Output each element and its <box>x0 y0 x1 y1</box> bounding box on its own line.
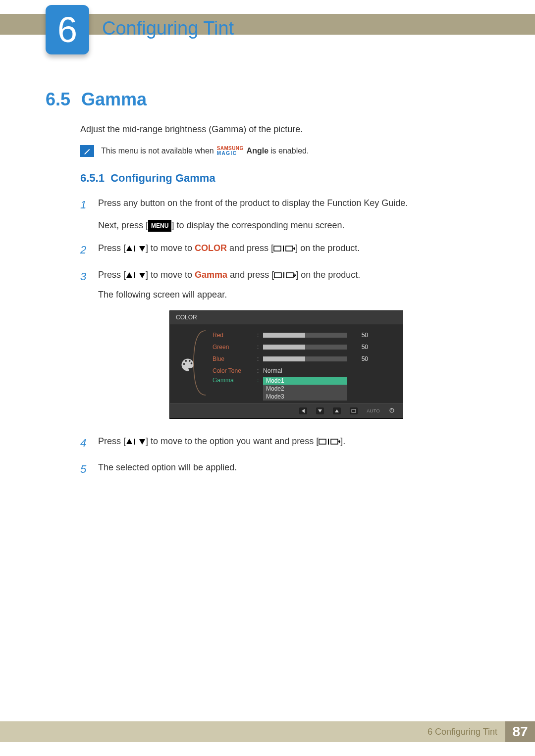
svg-marker-13 <box>318 409 322 412</box>
svg-rect-1 <box>134 246 135 252</box>
step-3: 3 Press [] to move to Gamma and press []… <box>80 267 489 302</box>
chapter-number: 6 <box>57 9 77 50</box>
enter-source-icon <box>274 272 296 279</box>
osd-gamma-mode2: Mode2 <box>263 385 347 393</box>
keyword-color: COLOR <box>195 243 227 253</box>
samsung-magic-brand: SAMSUNG MAGIC <box>217 146 244 156</box>
section-heading: 6.5 Gamma <box>46 89 489 110</box>
step-4: 4 Press [] to move to the option you wan… <box>80 434 489 452</box>
svg-rect-10 <box>283 272 284 278</box>
svg-marker-2 <box>139 246 145 252</box>
svg-marker-18 <box>126 439 132 444</box>
osd-footer-nav: AUTO <box>170 403 403 418</box>
note-text-prefix: This menu is not available when <box>101 146 214 156</box>
svg-rect-5 <box>286 246 293 251</box>
osd-gamma-mode3: Mode3 <box>263 393 347 401</box>
svg-marker-6 <box>126 272 132 278</box>
osd-row-blue: Blue : 50 <box>213 353 396 365</box>
enter-source-icon <box>273 245 295 252</box>
svg-marker-0 <box>126 246 132 251</box>
osd-gamma-dropdown: Mode1 Mode2 Mode3 <box>263 377 347 401</box>
osd-title: COLOR <box>170 311 403 324</box>
svg-rect-11 <box>286 273 293 278</box>
osd-screenshot: COLOR Red : 50 Green <box>169 310 403 419</box>
footer-page-number: 87 <box>505 721 535 742</box>
osd-row-gamma: Gamma : Mode1 Mode2 Mode3 <box>213 377 396 401</box>
svg-rect-19 <box>134 439 135 445</box>
step-5: 5 The selected option will be applied. <box>80 460 489 478</box>
svg-marker-8 <box>139 273 145 278</box>
page-footer: 6 Configuring Tint 87 <box>0 721 535 742</box>
section-intro: Adjust the mid-range brightness (Gamma) … <box>80 123 489 136</box>
brand-suffix: Angle <box>247 146 268 156</box>
svg-rect-15 <box>352 409 356 412</box>
up-down-icon <box>126 272 146 279</box>
keyword-gamma: Gamma <box>195 270 227 280</box>
chapter-title: Configuring Tint <box>102 18 234 39</box>
svg-rect-3 <box>274 246 281 251</box>
osd-row-red: Red : 50 <box>213 329 396 341</box>
nav-left-icon <box>299 407 307 414</box>
osd-gamma-mode1: Mode1 <box>263 377 347 385</box>
up-down-icon <box>126 438 146 445</box>
svg-rect-22 <box>328 439 329 445</box>
up-down-icon <box>126 245 146 252</box>
svg-rect-7 <box>134 272 135 278</box>
section-number: 6.5 <box>46 89 70 110</box>
chapter-badge: 6 <box>46 5 89 54</box>
svg-rect-9 <box>274 273 281 278</box>
nav-enter-icon <box>350 407 358 414</box>
note-callout: This menu is not available when SAMSUNG … <box>80 145 489 157</box>
menu-key-icon: MENU <box>148 220 171 232</box>
svg-rect-23 <box>331 439 338 444</box>
step-1-line1: Press any button on the front of the pro… <box>98 196 489 211</box>
svg-marker-12 <box>302 409 305 413</box>
nav-up-icon <box>333 407 341 414</box>
power-icon <box>389 406 395 415</box>
step-2: 2 Press [] to move to COLOR and press []… <box>80 241 489 259</box>
section-title: Gamma <box>81 89 147 110</box>
note-icon <box>80 145 94 157</box>
nav-down-icon <box>316 407 324 414</box>
osd-bracket <box>192 328 207 398</box>
enter-source-icon <box>319 438 340 445</box>
note-text-suffix: is enabled. <box>270 146 309 156</box>
nav-auto-label: AUTO <box>367 408 380 413</box>
step-3-tail: The following screen will appear. <box>98 287 489 302</box>
svg-rect-21 <box>319 439 326 444</box>
subsection-heading: 6.5.1 Configuring Gamma <box>80 172 489 185</box>
svg-marker-20 <box>139 439 145 445</box>
footer-label: 6 Configuring Tint <box>428 727 505 737</box>
osd-row-green: Green : 50 <box>213 341 396 353</box>
svg-rect-4 <box>283 246 284 252</box>
osd-row-colortone: Color Tone : Normal <box>213 365 396 377</box>
svg-marker-14 <box>335 409 339 412</box>
step-1: 1 Press any button on the front of the p… <box>80 196 489 233</box>
